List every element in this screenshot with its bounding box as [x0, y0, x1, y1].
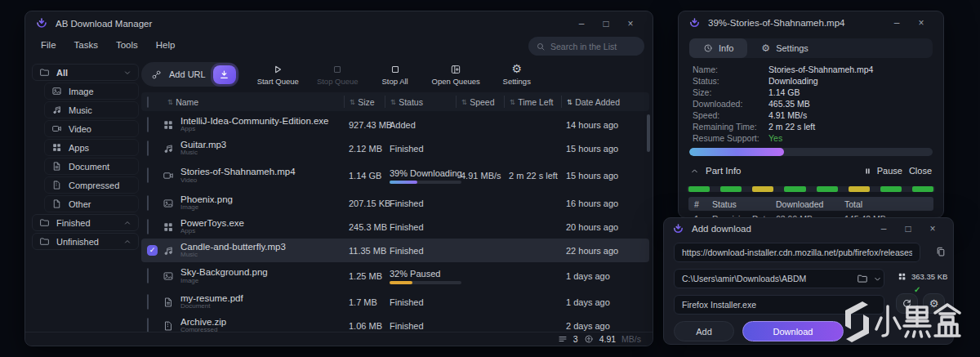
column-size[interactable]: ⇅Size [344, 96, 385, 108]
table-row[interactable]: Stories-of-Shahnameh.mp4Video 1.14 GB 39… [141, 160, 649, 191]
save-path-input[interactable]: C:\Users\amir\Downloads\ABDM [674, 269, 884, 288]
file-speed: 4.91 MB/s [456, 171, 504, 181]
search-input[interactable] [550, 42, 632, 51]
sidebar-item-label: Document [69, 162, 109, 172]
add-button[interactable]: Add [674, 321, 734, 341]
row-checkbox[interactable] [147, 318, 149, 333]
progress-window-controls: – × [884, 17, 933, 29]
sidebar-item-finished[interactable]: Finished [32, 214, 139, 231]
row-checkbox-checked[interactable]: ✓ [147, 245, 158, 256]
music-icon [163, 245, 174, 257]
gear-icon: ⚙ [761, 42, 770, 55]
heybox-logo-icon [838, 299, 962, 348]
paste-clipboard-icon[interactable] [935, 246, 947, 257]
close-button[interactable]: × [909, 17, 933, 29]
open-queues-button[interactable]: Open Queues [432, 63, 480, 86]
file-size: 1.14 GB [344, 171, 385, 181]
close-button[interactable]: × [920, 223, 945, 234]
sidebar-item-apps[interactable]: Apps [44, 139, 139, 156]
sidebar-item-label: Compressed [69, 181, 119, 190]
start-queue-button[interactable]: Start Queue [257, 63, 299, 86]
menu-help[interactable]: Help [149, 38, 183, 52]
column-name[interactable]: ⇅Name [163, 96, 344, 108]
sidebar-item-video[interactable]: Video [44, 120, 139, 137]
column-time-left[interactable]: ⇅Time Left [504, 96, 561, 108]
sort-icon: ⇅ [510, 98, 515, 106]
folder-icon[interactable] [857, 273, 868, 284]
sidebar-item-label: All [56, 68, 68, 78]
minimize-button[interactable]: – [569, 18, 594, 29]
minimize-button[interactable]: – [884, 17, 909, 29]
part-segment [912, 186, 933, 192]
chevron-down-icon[interactable] [873, 274, 882, 283]
settings-button[interactable]: ⚙ Settings [498, 63, 536, 86]
sort-icon: ⇅ [461, 98, 467, 106]
sidebar-item-label: Music [69, 105, 92, 115]
file-size: 1.25 MB [344, 271, 385, 281]
file-status: Finished [385, 199, 456, 208]
detected-file-size: 363.35 KB [911, 272, 947, 281]
stop-queue-button[interactable]: Stop Queue [317, 63, 359, 86]
table-row[interactable]: PowerToys.exeApps 245.3 MB Finished 20 h… [141, 215, 649, 239]
sidebar-item-label: Other [69, 199, 91, 209]
chevron-up-icon[interactable] [690, 167, 699, 176]
file-size: 2.12 MB [344, 144, 385, 154]
minimize-button[interactable]: – [871, 223, 896, 234]
sidebar-item-all[interactable]: All [32, 64, 139, 81]
sidebar-item-other[interactable]: Other [44, 195, 139, 212]
search-box[interactable] [528, 37, 644, 56]
row-checkbox[interactable] [147, 195, 149, 211]
row-checkbox[interactable] [147, 167, 149, 183]
table-row[interactable]: Sky-Background.pngImage 1.25 MB 32% Paus… [141, 262, 649, 290]
sidebar-item-compressed[interactable]: Compressed [44, 176, 139, 194]
tab-info[interactable]: Info [689, 38, 747, 58]
file-size-badge: 363.35 KB [898, 272, 947, 281]
select-all-checkbox[interactable] [147, 96, 149, 108]
table-row[interactable]: IntelliJ-Idea-Community-Edition.exeApps … [141, 113, 649, 136]
maximize-button[interactable]: □ [896, 223, 920, 234]
pause-button[interactable]: Pause [863, 166, 902, 176]
chevron-up-icon [123, 238, 131, 246]
tab-settings[interactable]: ⚙ Settings [747, 38, 822, 58]
sidebar-item-document[interactable]: Document [44, 158, 139, 175]
row-checkbox[interactable] [147, 219, 149, 234]
menu-tasks[interactable]: Tasks [67, 38, 105, 52]
add-window-controls: – □ × [871, 223, 945, 234]
row-checkbox[interactable] [147, 294, 149, 310]
scrollbar-thumb[interactable] [647, 114, 650, 152]
table-row[interactable]: my-resume.pdfDocument 1.7 MB Finished 1 … [141, 290, 649, 314]
file-date-added: 15 hours ago [561, 144, 649, 154]
menu-file[interactable]: File [33, 38, 64, 52]
sidebar-item-image[interactable]: Image [44, 83, 139, 100]
image-icon [163, 270, 174, 282]
column-speed[interactable]: ⇅Speed [456, 96, 504, 108]
video-icon [51, 123, 62, 134]
table-row-selected[interactable]: ✓ Candle-and-butterfly.mp3Music 11.35 MB… [141, 239, 649, 262]
download-button[interactable]: Download [742, 321, 844, 341]
part-segment [752, 186, 773, 192]
column-status[interactable]: ⇅Status [385, 96, 456, 108]
add-url-button[interactable] [213, 65, 236, 84]
close-parts-button[interactable]: Close [909, 166, 932, 176]
row-checkbox[interactable] [147, 141, 149, 156]
column-date-added[interactable]: ⇅Date Added [561, 96, 649, 108]
main-window: AB Download Manager – □ × File Tasks Too… [24, 11, 653, 346]
sidebar-item-music[interactable]: Music [44, 101, 139, 118]
field-label: Status: [693, 75, 768, 87]
add-url-group[interactable]: Add URL [141, 62, 239, 87]
progress-tabbar: Info ⚙ Settings [689, 38, 933, 58]
apps-icon [163, 119, 174, 131]
table-row[interactable]: Phoenix.pngImage 207.15 KB Finished 16 h… [141, 191, 649, 215]
pause-icon [863, 167, 872, 176]
file-date-added: 16 hours ago [561, 199, 649, 208]
table-row[interactable]: Guitar.mp3Music 2.12 MB Finished 15 hour… [141, 136, 649, 160]
menu-tools[interactable]: Tools [109, 38, 145, 52]
stop-all-button[interactable]: Stop All [376, 63, 414, 86]
url-input[interactable]: https://download-installer.cdn.mozilla.n… [674, 243, 920, 262]
row-checkbox[interactable] [147, 268, 149, 283]
status-bar: 3 4.91 MB/s [25, 332, 653, 346]
row-checkbox[interactable] [147, 117, 149, 132]
maximize-button[interactable]: □ [594, 18, 618, 29]
sidebar-item-unfinished[interactable]: Unfinished [32, 233, 139, 250]
close-button[interactable]: × [618, 18, 643, 29]
